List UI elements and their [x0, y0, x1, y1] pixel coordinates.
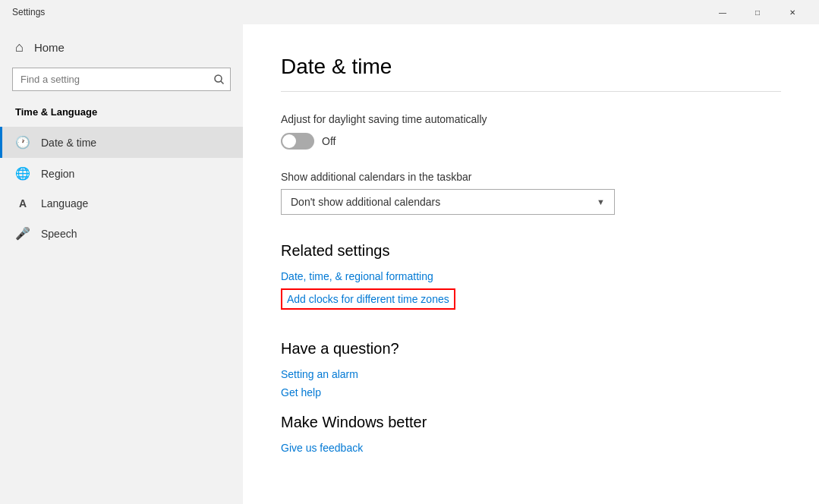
close-button[interactable]: ✕: [775, 0, 810, 24]
have-a-question-title: Have a question?: [281, 340, 781, 358]
main-layout: ⌂ Home Time & Language 🕐 Date & time 🌐 R…: [0, 24, 819, 504]
daylight-toggle[interactable]: [281, 133, 314, 150]
search-button[interactable]: [206, 68, 231, 91]
speech-label: Speech: [41, 228, 77, 240]
region-icon: 🌐: [15, 166, 30, 181]
home-nav-item[interactable]: ⌂ Home: [0, 30, 243, 65]
setting-alarm-link[interactable]: Setting an alarm: [281, 368, 781, 380]
date-time-formatting-link[interactable]: Date, time, & regional formatting: [281, 270, 781, 282]
calendar-dropdown-label: Show additional calendars in the taskbar: [281, 171, 781, 183]
give-feedback-link[interactable]: Give us feedback: [281, 442, 781, 454]
daylight-saving-label: Adjust for daylight saving time automati…: [281, 113, 781, 125]
maximize-button[interactable]: □: [740, 0, 775, 24]
content-area: Date & time Adjust for daylight saving t…: [243, 24, 819, 504]
calendar-dropdown[interactable]: Don't show additional calendars ▼: [281, 189, 615, 215]
window-controls: — □ ✕: [705, 0, 810, 24]
title-bar: Settings — □ ✕: [0, 0, 819, 24]
related-settings-title: Related settings: [281, 242, 781, 260]
chevron-down-icon: ▼: [597, 197, 605, 206]
sidebar-item-language[interactable]: A Language: [0, 189, 243, 218]
sidebar-item-date-time[interactable]: 🕐 Date & time: [0, 127, 243, 158]
title-divider: [281, 91, 781, 92]
get-help-link[interactable]: Get help: [281, 386, 781, 398]
app-title: Settings: [12, 7, 45, 17]
sidebar-item-region[interactable]: 🌐 Region: [0, 158, 243, 189]
svg-point-0: [215, 75, 222, 82]
language-label: Language: [41, 197, 88, 209]
speech-icon: 🎤: [15, 226, 30, 241]
sidebar-item-speech[interactable]: 🎤 Speech: [0, 218, 243, 249]
section-label: Time & Language: [0, 100, 243, 127]
language-icon: A: [15, 197, 30, 209]
date-time-label: Date & time: [41, 137, 96, 149]
search-icon: [214, 74, 224, 84]
svg-line-1: [221, 81, 224, 84]
date-time-icon: 🕐: [15, 135, 30, 150]
calendar-dropdown-value: Don't show additional calendars: [291, 196, 440, 208]
toggle-knob: [282, 134, 296, 148]
home-label: Home: [34, 41, 65, 54]
make-windows-better-title: Make Windows better: [281, 414, 781, 431]
home-icon: ⌂: [15, 39, 24, 55]
region-label: Region: [41, 168, 74, 180]
toggle-state: Off: [322, 135, 335, 147]
add-clocks-link[interactable]: Add clocks for different time zones: [281, 288, 455, 310]
daylight-toggle-row: Off: [281, 133, 781, 150]
search-input[interactable]: [12, 68, 231, 91]
minimize-button[interactable]: —: [705, 0, 740, 24]
search-box: [12, 68, 231, 91]
page-title: Date & time: [281, 55, 781, 79]
sidebar: ⌂ Home Time & Language 🕐 Date & time 🌐 R…: [0, 24, 243, 504]
